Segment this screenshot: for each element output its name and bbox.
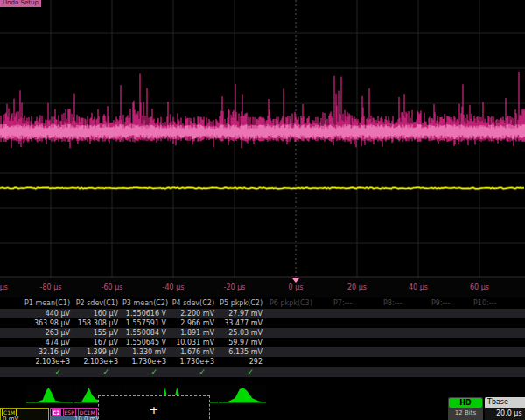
plus-icon: + [150,404,159,416]
param-header[interactable]: P7:--- [331,298,381,309]
status-badge[interactable]: Undo Setup [0,0,41,7]
hd-badge: HD [449,398,482,408]
time-axis-label: -80 µs [40,284,62,291]
c2-label: C2 [52,410,61,416]
waveform-grid: Undo Setup [0,0,525,278]
c1-scale-value: 0 mV [1,416,48,420]
time-axis-label: -40 µs [163,284,185,291]
hd-acquisition-tile[interactable]: HD 12 Bits [448,397,483,420]
param-header[interactable]: P2 sdev(C1) [74,298,122,309]
param-value: 33.477 mV [219,318,267,328]
param-status-check: ✓ [74,367,122,377]
trigger-position-marker[interactable] [292,278,299,283]
time-axis: -100 µs-80 µs-60 µs-40 µs-20 µs0 µs20 µs… [0,278,525,298]
time-axis-label: 20 µs [347,284,367,291]
param-value: 1.676 mV [171,347,219,357]
timebase-value: 20.0 µs [485,408,525,420]
param-value: 292 [219,357,267,367]
channel-c1-descriptor[interactable]: C1M 0 mV [0,408,49,420]
param-value: 1.550616 V [122,309,171,318]
param-header[interactable]: P4 sdev(C2) [171,298,219,309]
param-header[interactable]: P10:--- [471,298,525,309]
oscilloscope-screen: Undo Setup -100 µs-80 µs-60 µs-40 µs-20 … [0,0,525,420]
param-header[interactable]: P5 pkpk(C2) [219,298,267,309]
param-value: 27.97 mV [219,309,267,318]
waveform-plot [0,0,525,278]
param-value: 167 µV [74,338,122,347]
param-value: 1.891 mV [171,328,219,338]
param-value: 2.103e+3 [74,357,122,367]
bit-depth-label: 12 Bits [449,408,482,418]
param-status-check: ✓ [122,367,171,377]
param-value: 2.966 mV [171,318,219,328]
add-trace-box[interactable]: + [98,396,210,420]
time-axis-label: 0 µs [289,284,304,291]
param-value: 1.550084 V [122,328,171,338]
param-value: 1.330 mV [122,347,171,357]
timebase-title: Tbase [485,397,525,408]
param-value: 6.135 mV [219,347,267,357]
param-value: 1.730e+3 [171,357,219,367]
param-value: 59.97 mV [219,338,267,347]
time-axis-label: -20 µs [224,284,246,291]
timebase-descriptor[interactable]: Tbase 20.0 µs [485,397,525,420]
param-value: 1.730e+3 [122,357,171,367]
param-value: 25.03 mV [219,328,267,338]
measurement-table: P1 mean(C1)P2 sdev(C1)P3 mean(C2)P4 sdev… [0,298,525,378]
param-value: 155 µV [74,328,122,338]
param-value: 363.98 µV [0,318,74,328]
param-header[interactable]: P8:--- [381,298,429,309]
param-value: 1.550645 V [122,338,171,347]
param-status-check: ✓ [219,367,267,377]
time-axis-label: 60 µs [470,284,489,291]
param-value: 160 µV [74,309,122,318]
time-axis-label: 40 µs [409,284,428,291]
param-value: 10.031 mV [171,338,219,347]
param-status-check: ✓ [0,367,74,377]
time-axis-label: -100 µs [0,284,8,291]
param-value: 1.399 µV [74,347,122,357]
bottom-bar: C1M 0 mV C2 ESP DC1M 10.0 mV + HD 12 Bit… [0,396,525,420]
param-value: 32.16 µV [0,347,74,357]
param-value: 263 µV [0,328,74,338]
param-value: 2.103e+3 [0,357,74,367]
param-header[interactable]: P6 pkpk(C3) [267,298,331,309]
param-value: 440 µV [0,309,74,318]
param-header[interactable]: P1 mean(C1) [0,298,74,309]
param-value: 158.308 µV [74,318,122,328]
time-axis-label: -60 µs [102,284,123,291]
param-header[interactable]: P9:--- [429,298,471,309]
param-value: 1.557591 V [122,318,171,328]
param-header[interactable]: P3 mean(C2) [122,298,171,309]
param-status-check: ✓ [171,367,219,377]
param-value: 474 µV [0,338,74,347]
param-value: 2.200 mV [171,309,219,318]
